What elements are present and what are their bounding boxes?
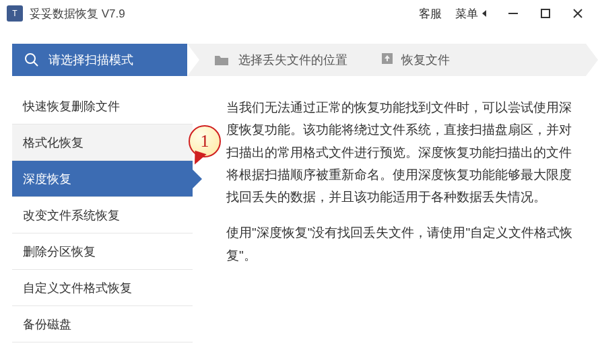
main: 快速恢复删除文件 格式化恢复 深度恢复 改变文件系统恢复 删除分区恢复 自定义文… <box>0 88 598 342</box>
sidebar-item-label: 快速恢复删除文件 <box>23 98 120 114</box>
sidebar-item-custom-format-recover[interactable]: 自定义文件格式恢复 <box>12 270 193 306</box>
triangle-left-icon <box>481 9 488 17</box>
maximize-button[interactable] <box>532 0 559 27</box>
close-button[interactable] <box>564 0 591 27</box>
sidebar-item-partition-recover[interactable]: 删除分区恢复 <box>12 233 193 270</box>
description-paragraph-2: 使用"深度恢复"没有找回丢失文件，请使用"自定义文件格式恢复"。 <box>226 221 579 266</box>
svg-line-5 <box>34 62 38 66</box>
upload-icon <box>381 52 393 68</box>
app-title: 妥妥数据恢复 V7.9 <box>30 6 125 22</box>
sidebar-item-label: 格式化恢复 <box>23 135 84 151</box>
step-label: 选择丢失文件的位置 <box>238 52 347 68</box>
sidebar-item-label: 删除分区恢复 <box>23 244 96 260</box>
callout-badge: 1 <box>189 125 221 157</box>
sidebar-item-label: 自定义文件格式恢复 <box>23 280 132 296</box>
step-label: 恢复文件 <box>401 52 450 68</box>
step-bar: 请选择扫描模式 选择丢失文件的位置 恢复文件 <box>0 27 598 88</box>
sidebar-item-label: 备份磁盘 <box>23 316 71 332</box>
content-panel: 1 当我们无法通过正常的恢复功能找到文件时，可以尝试使用深度恢复功能。该功能将绕… <box>193 88 586 342</box>
step-select-location[interactable]: 选择丢失文件的位置 恢复文件 <box>187 44 586 76</box>
titlebar: T 妥妥数据恢复 V7.9 客服 菜单 <box>0 0 598 27</box>
sidebar-item-fs-change-recover[interactable]: 改变文件系统恢复 <box>12 197 193 233</box>
svg-point-4 <box>26 54 35 63</box>
customer-service-button[interactable]: 客服 <box>419 6 442 22</box>
sidebar-item-deep-recover[interactable]: 深度恢复 <box>12 161 193 197</box>
svg-rect-1 <box>541 9 550 17</box>
sidebar-item-label: 深度恢复 <box>23 171 71 187</box>
minimize-button[interactable] <box>500 0 527 27</box>
step-label: 请选择扫描模式 <box>48 52 133 68</box>
search-icon <box>24 52 39 67</box>
description-paragraph-1: 当我们无法通过正常的恢复功能找到文件时，可以尝试使用深度恢复功能。该功能将绕过文… <box>226 96 579 208</box>
menu-button[interactable]: 菜单 <box>455 6 488 22</box>
sidebar: 快速恢复删除文件 格式化恢复 深度恢复 改变文件系统恢复 删除分区恢复 自定义文… <box>12 88 193 342</box>
folder-icon <box>214 54 229 66</box>
callout-number: 1 <box>201 126 209 157</box>
step-select-mode[interactable]: 请选择扫描模式 <box>12 44 187 76</box>
app-logo-icon: T <box>7 5 23 22</box>
sidebar-item-backup-disk[interactable]: 备份磁盘 <box>12 306 193 342</box>
sidebar-item-label: 改变文件系统恢复 <box>23 207 120 223</box>
sidebar-item-quick-recover[interactable]: 快速恢复删除文件 <box>12 88 193 124</box>
sidebar-item-format-recover[interactable]: 格式化恢复 <box>12 124 193 161</box>
